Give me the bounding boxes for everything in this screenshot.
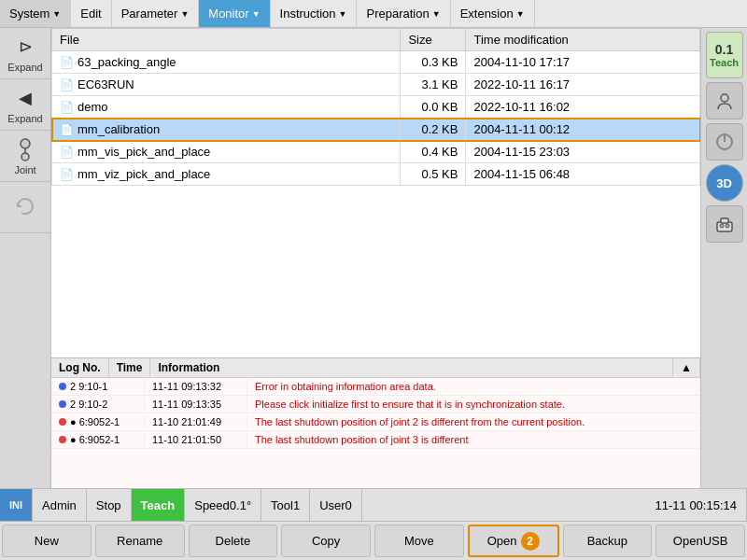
right-btn-1[interactable] [706,82,743,119]
col-modified: Time modification [466,29,700,51]
menu-parameter-arrow: ▼ [180,9,189,19]
file-modified-cell: 2004-11-15 06:48 [466,163,700,186]
table-row[interactable]: 📄63_packing_angle0.3 KB2004-11-10 17:17 [52,51,700,74]
file-name-cell: 📄EC63RUN [52,74,401,96]
log-header-no: Log No. [51,358,109,377]
file-size-cell: 3.1 KB [401,74,466,96]
status-teach: Teach [132,489,186,521]
bottom-toolbar: New Rename Delete Copy Move Open 2 Backu… [0,521,747,560]
reset-icon [12,193,38,219]
log-info: The last shutdown position of joint 3 is… [247,433,700,446]
menu-extension[interactable]: Extension ▼ [451,0,535,27]
open-badge: 2 [521,532,540,551]
menu-preparation[interactable]: Preparation ▼ [357,0,450,27]
menu-bar: System ▼ Edit Parameter ▼ Monitor ▼ Inst… [0,0,747,28]
file-name-cell: 📄mm_viz_pick_and_place [52,163,401,186]
file-icon: 📄 [60,56,74,69]
menu-edit[interactable]: Edit [71,0,111,27]
menu-preparation-arrow: ▼ [432,9,441,19]
status-admin: Admin [33,489,87,521]
log-row: 2 9:10-2 11-11 09:13:35 Please click ini… [51,396,700,413]
menu-monitor[interactable]: Monitor ▼ [199,0,270,27]
sidebar-reset[interactable] [0,182,50,233]
file-size-cell: 0.2 KB [401,119,466,141]
table-row[interactable]: 📄mm_vis_pick_and_place0.4 KB2004-11-15 2… [52,141,700,163]
content-area: File Size Time modification 📄63_packing_… [51,28,700,488]
btn-openusb[interactable]: OpenUSB [655,525,745,557]
file-icon: 📄 [60,123,74,136]
file-name-cell: 📄mm_vis_pick_and_place [52,141,401,163]
right-btn-3d[interactable]: 3D [706,164,743,202]
right-btn-robot[interactable] [706,205,743,243]
btn-delete[interactable]: Delete [189,525,278,557]
file-size-cell: 0.4 KB [401,141,466,163]
log-header-info: Information [150,358,673,377]
log-no: ● 6:9052-1 [51,415,145,428]
left-sidebar: ⊳ Expand ◀ Expand Joint [0,28,51,488]
col-size: Size [401,29,466,51]
right-btn-power[interactable] [706,123,743,161]
menu-instruction-arrow: ▼ [339,9,347,19]
log-time: 11-11 09:13:35 [145,398,247,411]
file-modified-cell: 2022-10-11 16:17 [466,74,700,96]
right-sidebar: 0.1 Teach 3D [700,28,747,488]
main-layout: ⊳ Expand ◀ Expand Joint [0,28,747,488]
file-name-cell: 📄demo [52,96,401,119]
sidebar-joint[interactable]: Joint [0,131,50,182]
svg-point-0 [21,139,30,148]
menu-instruction[interactable]: Instruction ▼ [271,0,358,27]
ini-button[interactable]: INI [0,489,33,521]
table-row[interactable]: 📄mm_calibration0.2 KB2004-11-11 00:121 [52,119,700,141]
log-time: 11-10 21:01:50 [145,433,247,446]
file-table: File Size Time modification 📄63_packing_… [51,28,700,186]
teach-button[interactable]: 0.1 Teach [706,32,743,78]
svg-point-9 [726,224,729,228]
status-tool: Tool1 [261,489,310,521]
menu-extension-arrow: ▼ [516,9,525,19]
status-speed: Speed0.1° [185,489,261,521]
file-modified-cell: 2004-11-10 17:17 [466,51,700,74]
file-size-cell: 0.3 KB [401,51,466,74]
svg-point-1 [21,153,29,161]
log-header: Log No. Time Information ▲ [51,358,700,378]
btn-move[interactable]: Move [374,525,464,557]
btn-rename[interactable]: Rename [95,525,185,557]
menu-parameter[interactable]: Parameter ▼ [112,0,200,27]
file-size-cell: 0.5 KB [401,163,466,186]
sidebar-expand-right[interactable]: ⊳ Expand [0,28,50,79]
btn-copy[interactable]: Copy [281,525,371,557]
log-no: ● 6:9052-1 [51,433,145,446]
table-row[interactable]: 📄demo0.0 KB2022-10-11 16:02 [52,96,700,119]
log-info: Error in obtaining information area data… [247,380,700,393]
file-modified-cell: 2022-10-11 16:02 [466,96,700,119]
log-expand-btn[interactable]: ▲ [673,358,700,377]
log-body: 2 9:10-1 11-11 09:13:32 Error in obtaini… [51,378,700,488]
file-size-cell: 0.0 KB [401,96,466,119]
btn-backup[interactable]: Backup [563,525,653,557]
log-time: 11-11 09:13:32 [145,380,247,393]
sidebar-expand-left[interactable]: ◀ Expand [0,79,50,131]
table-row[interactable]: 📄mm_viz_pick_and_place0.5 KB2004-11-15 0… [52,163,700,186]
table-row[interactable]: 📄EC63RUN3.1 KB2022-10-11 16:17 [52,74,700,96]
svg-point-3 [721,94,728,102]
log-time: 11-10 21:01:49 [145,415,247,428]
log-container: Log No. Time Information ▲ 2 9:10-1 11-1… [51,357,700,488]
file-icon: 📄 [60,146,74,159]
file-name-cell: 📄63_packing_angle [52,51,401,74]
joint-icon [12,136,38,162]
log-info: The last shutdown position of joint 2 is… [247,415,700,428]
btn-open[interactable]: Open 2 [468,525,559,557]
log-no: 2 9:10-2 [51,398,145,411]
menu-system-arrow: ▼ [52,9,61,19]
menu-monitor-arrow: ▼ [252,9,261,19]
log-header-time: Time [109,358,151,377]
log-row: ● 6:9052-1 11-10 21:01:50 The last shutd… [51,431,700,449]
btn-new[interactable]: New [2,525,92,557]
log-no: 2 9:10-1 [51,380,145,393]
log-row: ● 6:9052-1 11-10 21:01:49 The last shutd… [51,413,700,431]
svg-rect-7 [721,218,728,223]
menu-system[interactable]: System ▼ [0,0,71,27]
teach-label: Teach [710,57,739,68]
file-icon: 📄 [60,101,74,114]
status-user: User0 [310,489,362,521]
